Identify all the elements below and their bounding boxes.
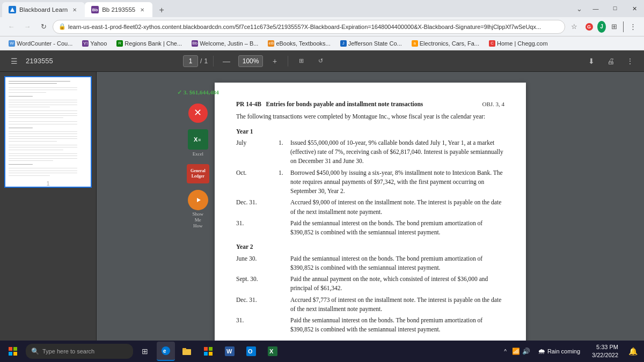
check-value-button[interactable]: ✓ 3. $61,644,484 <box>177 88 219 97</box>
task-view-button[interactable]: ⊞ <box>135 342 155 361</box>
pdf-page-container: ✓ 3. $61,644,484 ✕ X≡ Excel <box>215 83 526 330</box>
pdf-menu-button[interactable]: ☰ <box>6 54 21 69</box>
extensions-button[interactable]: ⊞ <box>607 20 621 34</box>
tab1-close[interactable]: ✕ <box>71 6 78 13</box>
pdf-rotate-button[interactable]: ↺ <box>313 54 328 69</box>
problem-title-text: Entries for bonds payable and installmen… <box>266 101 423 107</box>
tab2-close[interactable]: ✕ <box>138 6 146 13</box>
clock-date: 3/22/2022 <box>592 351 618 359</box>
notification-button[interactable]: 🔔 <box>626 344 640 358</box>
close-float-button[interactable]: ✕ <box>188 104 208 123</box>
taskbar: 🔍 Type here to search ⊞ e W O X ^ 📶 🔊 <box>0 341 644 362</box>
bookmark-label-8: Home | Chegg.com <box>497 40 548 47</box>
float-actions: ✓ 3. $61,644,484 ✕ X≡ Excel <box>177 88 219 228</box>
svg-rect-18 <box>209 347 213 351</box>
entry-yr2-june30-num <box>279 254 288 273</box>
weather-icon: 🌧 <box>538 347 545 356</box>
reload-button[interactable]: ↻ <box>36 20 50 34</box>
tab1-title: Blackboard Learn <box>19 6 68 13</box>
address-bar[interactable]: 🔒 learn-us-east-1-prod-fleet02-xythos.co… <box>53 20 565 34</box>
pdf-page: ✓ 3. $61,644,484 ✕ X≡ Excel <box>215 83 526 341</box>
year2-heading: Year 2 <box>236 242 504 252</box>
entry-yr2-june30: June 30. Paid the semiannual interest on… <box>236 254 504 273</box>
search-bar[interactable]: 🔍 Type here to search <box>26 344 133 359</box>
pdf-fit-page-button[interactable]: ⊞ <box>294 54 309 69</box>
show-me-how-label: ShowMeHow <box>193 211 204 228</box>
pdf-toolbar-right: ⬇ 🖨 ⋮ <box>584 54 638 69</box>
taskbar-excel[interactable]: X <box>263 342 282 361</box>
pdf-zoom-in-button[interactable]: + <box>267 54 282 69</box>
pdf-print-button[interactable]: 🖨 <box>603 54 618 69</box>
bookmark-favicon-4: Bb <box>192 40 198 47</box>
tray-chevron[interactable]: ^ <box>502 349 509 354</box>
lock-icon: 🔒 <box>58 23 66 30</box>
bookmark-chegg[interactable]: C Home | Chegg.com <box>485 39 552 48</box>
entry-oct: Oct. 1. Borrowed $450,000 by issuing a s… <box>236 168 504 196</box>
bookmark-ebooks[interactable]: eB eBooks, Textbooks... <box>264 39 334 48</box>
taskbar-store[interactable] <box>199 342 218 361</box>
bookmark-favicon-3: R <box>116 40 123 47</box>
pdf-zoom-input[interactable] <box>238 55 263 67</box>
taskbar-edge-app[interactable]: e <box>157 342 175 361</box>
tray-network-icon[interactable]: 📶 <box>512 348 520 355</box>
new-tab-button[interactable]: + <box>155 3 169 17</box>
minimize-button[interactable]: — <box>586 0 605 17</box>
browser-actions: ☆ G J ⊞ ⋮ <box>567 20 640 34</box>
entry-yr2-dec31-1-num <box>279 295 288 314</box>
taskbar-word[interactable]: W <box>220 342 239 361</box>
entry-yr2-sept30: Sept. 30. Paid the annual payment on the… <box>236 275 504 293</box>
entry-yr2-dec31-2-num <box>279 316 288 335</box>
bookmark-yahoo[interactable]: Y! Yahoo <box>78 39 111 48</box>
bookmark-button[interactable]: ☆ <box>567 20 581 34</box>
bookmark-favicon-2: Y! <box>82 40 89 47</box>
svg-text:X: X <box>194 136 198 143</box>
back-button[interactable]: ← <box>4 20 18 34</box>
tab-blackboard-learn[interactable]: Blackboard Learn ✕ <box>2 2 85 17</box>
svg-marker-0 <box>10 8 14 12</box>
pdf-toolbar-left: ☰ 2193555 <box>6 54 53 69</box>
start-button[interactable] <box>2 341 24 362</box>
tab-bar: Blackboard Learn ✕ Bb Bb 2193555 ✕ + <box>0 0 570 17</box>
forward-button[interactable]: → <box>20 20 34 34</box>
taskbar-outlook[interactable]: O <box>241 342 261 361</box>
bookmark-regions[interactable]: R Regions Bank | Che... <box>112 39 186 48</box>
bookmark-favicon-7: a <box>412 40 418 47</box>
bookmark-welcome[interactable]: Bb Welcome, Justin – B... <box>187 39 262 48</box>
pdf-download-button[interactable]: ⬇ <box>584 54 599 69</box>
close-button[interactable]: ✕ <box>625 0 644 17</box>
profile-icon[interactable]: J <box>597 23 606 31</box>
show-me-how-button[interactable]: ShowMeHow <box>188 190 208 228</box>
excel-button[interactable]: X≡ Excel <box>188 129 208 158</box>
menu-button[interactable]: ⋮ <box>626 20 640 34</box>
tab-favicon-1 <box>9 6 16 13</box>
pdf-thumbnail-1[interactable]: 1 <box>4 76 92 188</box>
tab-overflow-button[interactable]: ⌄ <box>572 2 586 16</box>
entry-july-text: Issued $55,000,000 of 10-year, 9% callab… <box>290 138 504 166</box>
system-clock[interactable]: 5:33 PM 3/22/2022 <box>588 343 623 360</box>
excel-icon: X≡ <box>188 129 208 150</box>
pdf-zoom-out-button[interactable]: — <box>219 54 234 69</box>
weather-widget[interactable]: 🌧 Rain coming <box>533 347 584 356</box>
tray-volume-icon[interactable]: 🔊 <box>522 348 530 355</box>
pdf-more-button[interactable]: ⋮ <box>623 54 638 69</box>
search-placeholder: Type here to search <box>42 348 94 354</box>
bookmark-wordcounter[interactable]: W WordCounter - Cou... <box>4 39 77 48</box>
extension-button[interactable]: G <box>582 20 596 34</box>
bookmark-electronics[interactable]: a Electronics, Cars, Fa... <box>407 39 484 48</box>
url-text: learn-us-east-1-prod-fleet02-xythos.cont… <box>68 24 559 30</box>
svg-rect-20 <box>209 352 213 356</box>
profile-button[interactable]: J <box>597 21 606 33</box>
problem-id: PR 14-4B <box>236 101 261 107</box>
tab-bb-active[interactable]: Bb Bb 2193555 ✕ <box>85 2 152 17</box>
general-ledger-button[interactable]: GeneralLedger <box>187 164 209 183</box>
bookmark-jefferson[interactable]: J Jefferson State Co... <box>336 39 406 48</box>
maximize-button[interactable]: ☐ <box>605 0 625 17</box>
entry-dec31-1: Dec. 31. Accrued $9,000 of interest on t… <box>236 198 504 217</box>
general-ledger-icon: GeneralLedger <box>187 164 209 183</box>
svg-text:W: W <box>226 348 232 354</box>
pdf-page-input[interactable] <box>183 55 198 67</box>
thumb-preview-1 <box>5 77 80 179</box>
bookmark-favicon-6: J <box>340 40 347 47</box>
taskbar-file-explorer[interactable] <box>177 342 196 361</box>
bookmarks-bar: W WordCounter - Cou... Y! Yahoo R Region… <box>0 36 644 50</box>
